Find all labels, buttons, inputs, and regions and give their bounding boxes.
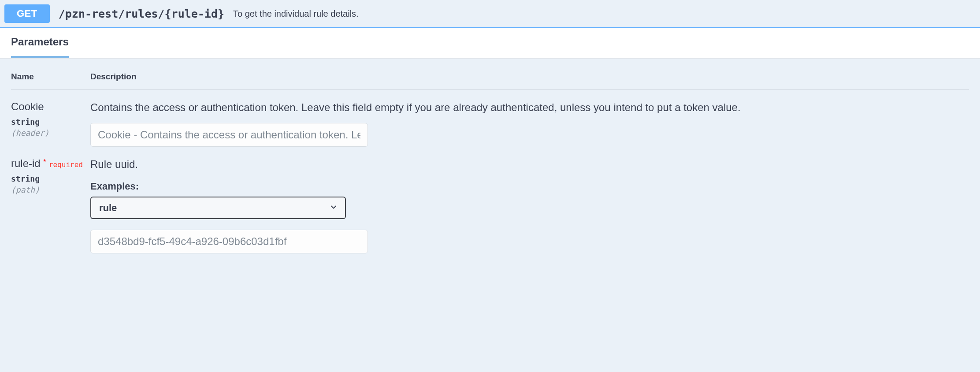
param-type: string (11, 174, 90, 183)
examples-select[interactable]: rule (90, 197, 346, 219)
param-name-rule-id: rule-id (11, 157, 41, 170)
required-label: required (49, 160, 83, 169)
param-location: (header) (11, 128, 90, 138)
param-name-cookie: Cookie (11, 100, 44, 113)
examples-label: Examples: (90, 181, 969, 192)
tab-parameters[interactable]: Parameters (11, 28, 69, 58)
param-location: (path) (11, 185, 90, 194)
http-method-badge: GET (4, 4, 50, 23)
cookie-input[interactable] (90, 123, 368, 147)
column-header-name: Name (11, 72, 90, 90)
param-description: Contains the access or authentication to… (90, 100, 969, 114)
param-type: string (11, 117, 90, 126)
endpoint-header[interactable]: GET /pzn-rest/rules/{rule-id} To get the… (0, 0, 980, 28)
table-row: Cookie string (header) Contains the acce… (11, 90, 969, 147)
parameters-section: Name Description Cookie string (header) … (0, 59, 980, 267)
tabs-bar: Parameters (0, 28, 980, 59)
endpoint-summary: To get the individual rule details. (233, 9, 359, 19)
example-value-display: d3548bd9-fcf5-49c4-a926-09b6c03d1fbf (90, 230, 368, 253)
table-row: rule-id * required string (path) Rule uu… (11, 147, 969, 253)
endpoint-path: /pzn-rest/rules/{rule-id} (59, 7, 224, 20)
param-description: Rule uuid. (90, 157, 969, 171)
column-header-description: Description (90, 72, 969, 90)
required-star-icon: * (43, 158, 46, 166)
parameters-table: Name Description Cookie string (header) … (11, 72, 969, 253)
